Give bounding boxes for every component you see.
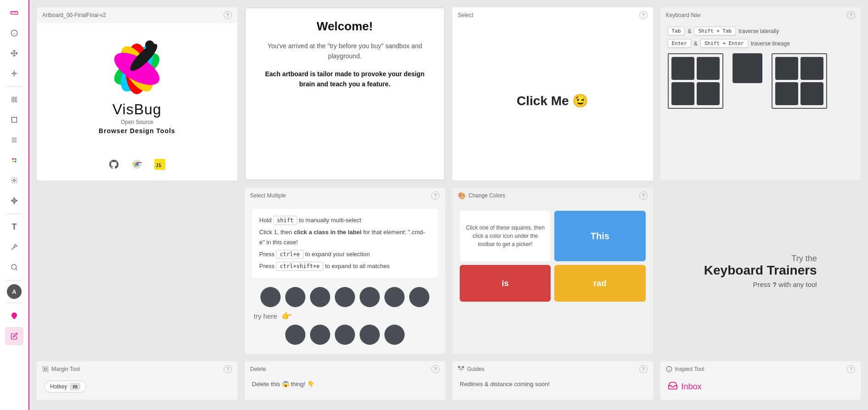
try-here-row: try here 👉 [252, 311, 292, 321]
keyboard-nav-artboard: Keyboard Nav ? Tab & Shift + Tab travers… [660, 7, 861, 180]
info-tool[interactable] [5, 24, 23, 42]
svg-rect-17 [12, 118, 17, 123]
align-tool[interactable] [5, 64, 23, 83]
toolbar-divider-4 [6, 303, 23, 303]
artboard-tool[interactable] [5, 111, 23, 129]
delete-text: Delete this 😱 thing! 👇 [252, 381, 315, 388]
welcome-artboard: Welcome! You've arrived at the "try befo… [245, 7, 445, 180]
inspect-help[interactable]: ? [847, 365, 855, 373]
keyboard-row-2: Enter & Shift + Enter traverse lineage [668, 39, 854, 48]
keyboard-trainers-artboard: Try the Keyboard Trainers Press ? with a… [660, 188, 861, 354]
svg-rect-47 [43, 367, 48, 372]
change-colors-artboard: 🎨 Change Colors ? Click one of these squ… [452, 188, 653, 354]
dot-5[interactable] [360, 287, 380, 307]
toolbar-divider-1 [6, 86, 23, 87]
keyboard-grid-section [668, 53, 854, 109]
delete-help[interactable]: ? [431, 365, 440, 373]
dot-10[interactable] [335, 325, 355, 345]
dot-8[interactable] [285, 325, 305, 345]
margin-tool-body: Hotkey m [37, 377, 237, 400]
kbd-box-3 [671, 82, 694, 105]
toolbar-divider-3 [6, 280, 23, 281]
dot-1[interactable] [260, 287, 281, 307]
dot-11[interactable] [360, 325, 380, 345]
dots-container: try here 👉 [252, 283, 438, 348]
trainer-desc: Press ? with any tool [704, 281, 817, 288]
welcome-body: Each artboard is tailor made to provoke … [257, 69, 434, 90]
dot-4[interactable] [335, 287, 355, 307]
edit-tool[interactable] [5, 327, 23, 345]
paint-tool[interactable] [5, 151, 23, 169]
kbd-box-2 [697, 57, 720, 80]
user-avatar[interactable]: A [7, 284, 22, 299]
fill-tool[interactable] [5, 307, 23, 325]
margin-tool-icon [42, 366, 49, 372]
change-colors-help[interactable]: ? [639, 191, 648, 200]
visbug-card-title: Artboard_00-FinalFinal-v2 [42, 12, 106, 18]
welcome-card-body: Welcome! You've arrived at the "try befo… [246, 8, 445, 101]
inspect-header: Inspect Tool ? [660, 361, 861, 377]
margin-tool-header: Margin Tool ? [37, 361, 237, 377]
chrome-icon[interactable] [130, 157, 144, 171]
select-multiple-help[interactable]: ? [431, 191, 440, 200]
inspect-title: Inspect Tool [675, 366, 705, 372]
kbd-box-8 [800, 82, 823, 105]
kbd-box-4 [697, 82, 720, 105]
ctrle-code: ctrl+e [276, 250, 303, 259]
margin-tool[interactable] [5, 90, 23, 109]
dot-2[interactable] [285, 287, 305, 307]
dot-7[interactable] [409, 287, 429, 307]
move-tool[interactable] [5, 44, 23, 62]
ruler-tool[interactable] [5, 4, 23, 22]
inbox-label: Inbox [682, 382, 702, 392]
pen-tool[interactable] [5, 238, 23, 256]
color-box-rad[interactable]: rad [554, 265, 645, 302]
ctrlshifte-code: ctrl+shift+e [276, 262, 323, 271]
shift-tab-key: Shift + Tab [694, 27, 736, 35]
visbug-artboard: Artboard_00-FinalFinal-v2 ? V [37, 7, 237, 180]
change-colors-header: 🎨 Change Colors ? [452, 188, 653, 203]
kbd-box-7 [775, 82, 798, 105]
color-box-is[interactable]: is [460, 265, 551, 302]
instruction-box: Hold shift to manually multi-select Clic… [252, 209, 438, 278]
dot-9[interactable] [310, 325, 330, 345]
smiley-emoji: 😉 [572, 94, 588, 108]
js-icon[interactable]: JS [153, 157, 167, 171]
visbug-subtitle: Open Source [121, 119, 153, 125]
shift-enter-key: Shift + Enter [700, 39, 748, 48]
visbug-help-button[interactable]: ? [224, 11, 232, 19]
inspect-inbox: Inbox [660, 377, 861, 397]
delete-body: Delete this 😱 thing! 👇 [245, 377, 445, 395]
delete-artboard: Delete ? Delete this 😱 thing! 👇 [245, 361, 445, 400]
click-me-text[interactable]: Click Me 😉 [517, 93, 588, 108]
layers-tool[interactable] [5, 131, 23, 149]
color-box-this[interactable]: This [554, 211, 645, 261]
dot-12[interactable] [384, 325, 405, 345]
github-icon[interactable] [107, 157, 121, 171]
select-help-button[interactable]: ? [639, 11, 648, 19]
instruction-1: Hold shift to manually multi-select [259, 215, 431, 225]
left-toolbar: T A [0, 0, 29, 410]
settings-tool[interactable] [5, 171, 23, 190]
text-tool[interactable]: T [5, 218, 23, 236]
keyboard-nav-help[interactable]: ? [847, 11, 855, 19]
dot-6[interactable] [384, 287, 405, 307]
svg-point-30 [15, 161, 17, 163]
guides-help[interactable]: ? [639, 365, 648, 373]
position-tool[interactable] [5, 191, 23, 210]
welcome-intro: You've arrived at the "try before you bu… [257, 41, 434, 62]
margin-tool-help[interactable]: ? [224, 365, 232, 373]
svg-rect-48 [45, 368, 47, 371]
svg-point-31 [13, 180, 15, 181]
kbd-box-1 [671, 57, 694, 80]
dot-3[interactable] [310, 287, 330, 307]
select-multiple-artboard: Select Multiple ? Hold shift to manually… [245, 188, 445, 354]
search-tool[interactable] [5, 258, 23, 276]
hotkey-key: m [70, 383, 80, 390]
select-artboard: Select ? Click Me 😉 [452, 7, 653, 180]
visbug-card-body: VisBug Open Source Browser Design Tools [37, 23, 237, 180]
trainer-label: Try the [704, 254, 817, 264]
svg-line-35 [16, 269, 17, 270]
enter-key: Enter [668, 39, 691, 48]
visbug-footer-icons: JS [107, 148, 167, 171]
